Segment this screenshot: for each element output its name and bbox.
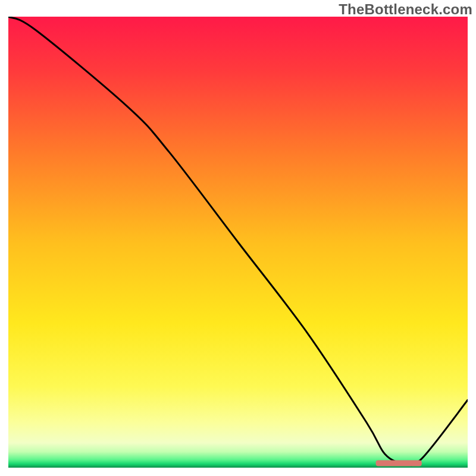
watermark-text: TheBottleneck.com xyxy=(339,1,472,18)
optimal-range-marker xyxy=(376,460,422,466)
plot-area xyxy=(8,17,468,468)
bottleneck-chart xyxy=(8,17,468,468)
chart-stage: TheBottleneck.com xyxy=(0,0,476,476)
